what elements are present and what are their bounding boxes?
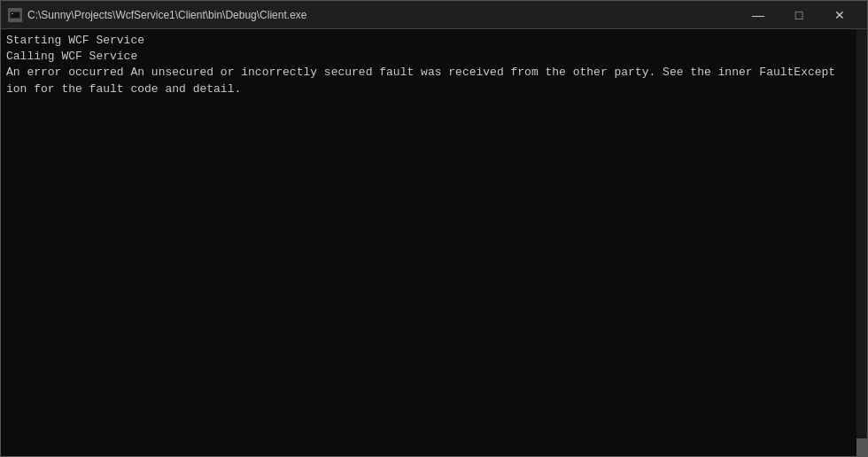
console-line-2: Calling WCF Service xyxy=(6,50,137,63)
console-area: Starting WCF Service Calling WCF Service… xyxy=(1,29,867,456)
svg-rect-2 xyxy=(11,12,19,18)
scrollbar[interactable] xyxy=(856,29,867,456)
window: C:\Sunny\Projects\WcfService1\Client\bin… xyxy=(0,0,868,457)
console-line-4: ion for the fault code and detail. xyxy=(6,82,241,96)
scrollbar-thumb[interactable] xyxy=(856,438,867,456)
console-output: Starting WCF Service Calling WCF Service… xyxy=(6,33,862,97)
maximize-button[interactable]: □ xyxy=(779,1,819,29)
title-bar: C:\Sunny\Projects\WcfService1\Client\bin… xyxy=(1,1,867,29)
minimize-button[interactable]: — xyxy=(738,1,779,29)
window-controls: — □ ✕ xyxy=(738,1,860,29)
app-icon xyxy=(8,8,22,22)
svg-rect-3 xyxy=(12,13,13,14)
window-title: C:\Sunny\Projects\WcfService1\Client\bin… xyxy=(27,9,738,21)
console-line-3: An error occurred An unsecured or incorr… xyxy=(6,66,835,79)
close-button[interactable]: ✕ xyxy=(819,1,860,29)
console-line-1: Starting WCF Service xyxy=(6,34,144,47)
